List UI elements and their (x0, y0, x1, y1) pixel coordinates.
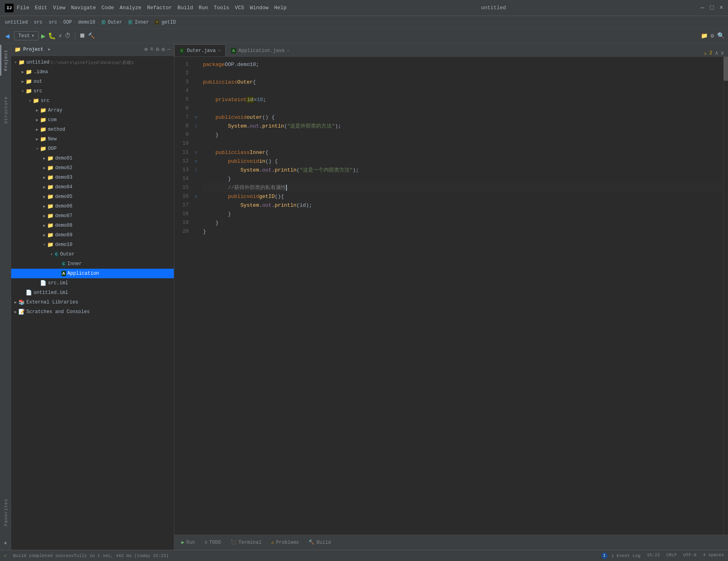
tree-src-root[interactable]: ▾ 📁 src (11, 86, 174, 96)
tree-out[interactable]: ▶ 📁 out (11, 77, 174, 86)
code-editor[interactable]: 12345 678910 1112131415 1617181920 ▽ | (174, 57, 728, 535)
tree-application[interactable]: A Application (11, 269, 174, 278)
build-project-button[interactable]: 🔨 (88, 32, 95, 39)
tree-array[interactable]: ▶ 📁 Array (11, 106, 174, 115)
tree-com[interactable]: ▶ 📁 com (11, 115, 174, 125)
event-log[interactable]: 1 1 Event Log (601, 553, 640, 559)
tree-method[interactable]: ▶ 📁 method (11, 125, 174, 134)
bc-untitled[interactable]: untitled (5, 20, 28, 25)
test-dropdown-icon[interactable]: ▾ (32, 33, 34, 39)
search-everywhere-button[interactable]: 🔍 (717, 32, 725, 40)
minimize-panel-icon[interactable]: — (167, 46, 171, 53)
stop-button[interactable]: ⏹ (79, 32, 86, 40)
menu-bar[interactable]: File Edit View Navigate Code Analyze Ref… (17, 5, 286, 11)
bc-demo10[interactable]: demo10 (78, 20, 95, 25)
new-folder-icon: 📁 (40, 136, 46, 142)
tree-demo04[interactable]: ▶ 📁 demo04 (11, 182, 174, 192)
tree-oop[interactable]: ▾ 📁 OOP (11, 144, 174, 154)
expand-icon[interactable]: ⊟ (156, 46, 159, 53)
favorites-panel-tab[interactable]: Favorites (0, 494, 11, 531)
menu-help[interactable]: Help (274, 5, 286, 11)
tree-demo05[interactable]: ▶ 📁 demo05 (11, 192, 174, 202)
project-dropdown-icon[interactable]: ▾ (47, 46, 50, 53)
encoding-indicator[interactable]: UTF-8 (683, 553, 696, 559)
build-tab[interactable]: 🔨 Build (304, 538, 335, 547)
menu-file[interactable]: File (17, 5, 29, 11)
fold-12[interactable]: ▽ (195, 159, 197, 164)
bc-src2[interactable]: src (49, 20, 58, 25)
line-ending-indicator[interactable]: CRLF (666, 553, 677, 559)
fold-7[interactable]: ▽ (195, 115, 197, 120)
project-panel-tab[interactable]: Project (0, 45, 11, 76)
menu-vcs[interactable]: VCS (235, 5, 244, 11)
run-tab[interactable]: ▶ Run (177, 538, 199, 547)
line-col-indicator[interactable]: 15:22 (647, 553, 660, 559)
tree-demo08[interactable]: ▶ 📁 demo08 (11, 221, 174, 230)
structure-panel-tab[interactable]: Structure (0, 92, 11, 128)
terminal-tab[interactable]: ⬛ Terminal (227, 538, 266, 547)
tree-demo07[interactable]: ▶ 📁 demo07 (11, 211, 174, 221)
tab-application-java[interactable]: A Application.java × (226, 44, 294, 56)
test-config[interactable]: Test ▾ (14, 31, 39, 40)
bc-outer[interactable]: Outer (108, 20, 122, 25)
indent-indicator[interactable]: 4 spaces (703, 553, 724, 559)
menu-tools[interactable]: Tools (214, 5, 229, 11)
locate-file-icon[interactable]: ⊕ (144, 46, 147, 53)
menu-refactor[interactable]: Refactor (147, 5, 172, 11)
debug-button[interactable]: 🐛 (48, 32, 56, 40)
menu-edit[interactable]: Edit (35, 5, 47, 11)
tree-inner[interactable]: C Inner (11, 259, 174, 269)
tree-demo06[interactable]: ▶ 📁 demo06 (11, 202, 174, 211)
fold-11[interactable]: ▽ (195, 150, 197, 155)
star-icon[interactable]: ★ (4, 539, 8, 547)
bc-inner[interactable]: Inner (135, 20, 149, 25)
bc-getid[interactable]: getID (161, 20, 176, 25)
menu-analyze[interactable]: Analyze (119, 5, 141, 11)
tree-demo10[interactable]: ▾ 📁 demo10 (11, 240, 174, 250)
tree-untitled-iml[interactable]: 📄 untitled.iml (11, 288, 174, 297)
close-button[interactable]: × (719, 4, 723, 12)
tree-demo09[interactable]: ▶ 📁 demo09 (11, 230, 174, 240)
outer-tab-close[interactable]: × (218, 48, 221, 53)
tree-root[interactable]: ▾ 📁 untitled C:\Users\pinkfloyd\Desktop\… (11, 58, 174, 67)
collapse-all-icon[interactable]: ≡ (150, 46, 153, 53)
tab-outer-java[interactable]: C Outer.java × (174, 44, 226, 56)
menu-code[interactable]: Code (101, 5, 114, 11)
menu-window[interactable]: Window (250, 5, 269, 11)
tree-demo02[interactable]: ▶ 📁 demo02 (11, 163, 174, 173)
tree-demo03[interactable]: ▶ 📁 demo03 (11, 173, 174, 182)
problems-tab[interactable]: ⚠ Problems (267, 538, 303, 547)
bc-src1[interactable]: src (34, 20, 43, 25)
tree-outer[interactable]: ▾ C Outer (11, 250, 174, 259)
todo-tab[interactable]: ≡ TODO (201, 538, 225, 547)
tree-src-inner[interactable]: ▾ 📁 src (11, 96, 174, 106)
menu-view[interactable]: View (53, 5, 65, 11)
tree-new[interactable]: ▶ 📁 New (11, 134, 174, 144)
settings-icon[interactable]: ⚙ (161, 46, 165, 53)
run-button[interactable]: ▶ (41, 32, 46, 40)
bc-oop[interactable]: OOP (63, 20, 72, 25)
toolbar-right: 📁 ⚙ 🔍 (701, 32, 725, 40)
project-structure-button[interactable]: 📁 (701, 32, 708, 39)
settings-button[interactable]: ⚙ (711, 32, 714, 39)
code-content[interactable]: package OOP.demo10; public class Outer {… (200, 57, 722, 535)
menu-run[interactable]: Run (199, 5, 208, 11)
tree-scratches[interactable]: ▶ 📝 Scratches and Consoles (11, 307, 174, 317)
tree-external-libraries[interactable]: ▶ 📚 External Libraries (11, 297, 174, 307)
run-with-coverage-button[interactable]: ⚡ (58, 32, 62, 40)
scrollbar-thumb[interactable] (724, 57, 728, 81)
back-button[interactable]: ◀ (3, 32, 12, 40)
tree-demo01[interactable]: ▶ 📁 demo01 (11, 154, 174, 163)
menu-navigate[interactable]: Navigate (71, 5, 96, 11)
next-warning-icon[interactable]: ∨ (721, 50, 724, 56)
maximize-button[interactable]: □ (710, 4, 714, 12)
menu-build[interactable]: Build (177, 5, 193, 11)
minimize-button[interactable]: — (700, 4, 704, 12)
fold-16[interactable]: ▽ (195, 194, 197, 199)
prev-warning-icon[interactable]: ∧ (715, 50, 718, 56)
window-controls[interactable]: — □ × (700, 4, 723, 12)
tree-src-iml[interactable]: 📄 src.iml (11, 278, 174, 288)
profile-button[interactable]: ⏱ (65, 32, 71, 40)
app-tab-close[interactable]: × (287, 48, 290, 53)
tree-idea[interactable]: ▶ 📁 .idea (11, 67, 174, 77)
